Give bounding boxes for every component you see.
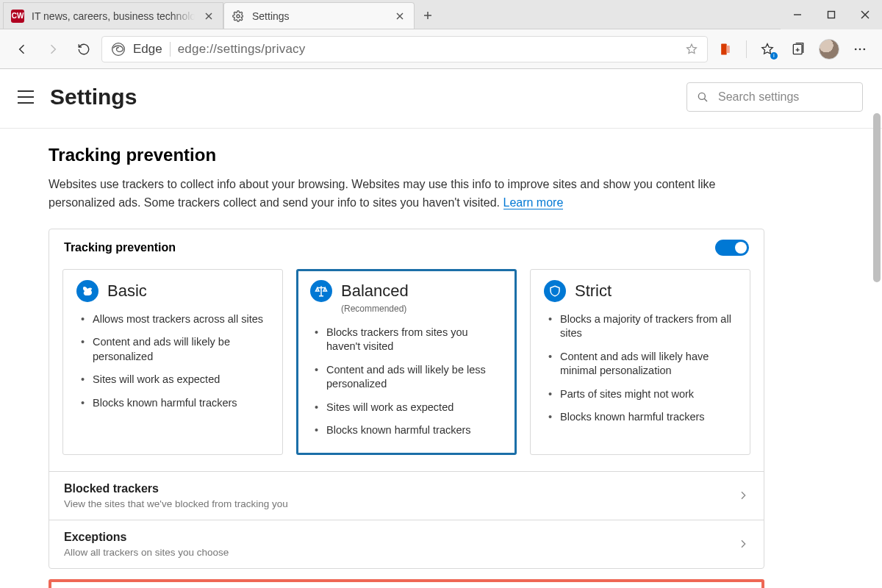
- settings-page: Settings Tracking prevention Websites us…: [0, 69, 882, 588]
- separator: [170, 42, 171, 57]
- level-bullet: Sites will work as expected: [315, 396, 503, 420]
- profile-button[interactable]: [816, 36, 842, 62]
- scales-icon: [310, 280, 332, 302]
- level-bullet: Blocks trackers from sites you haven't v…: [315, 321, 503, 359]
- svg-point-6: [237, 15, 240, 18]
- search-input[interactable]: [717, 90, 867, 104]
- tab-settings[interactable]: Settings: [223, 2, 415, 29]
- favicon-cw: CW: [11, 10, 24, 23]
- window-minimize-button[interactable]: [781, 0, 814, 29]
- edge-logo-icon: [111, 42, 126, 57]
- level-subtitle: (Recommended): [341, 304, 503, 314]
- row-desc: View the sites that we've blocked from t…: [64, 498, 288, 509]
- address-url: edge://settings/privacy: [178, 42, 678, 57]
- close-icon[interactable]: [202, 10, 215, 23]
- address-bar[interactable]: Edge edge://settings/privacy: [101, 36, 708, 62]
- level-title: Strict: [575, 282, 612, 301]
- office-extension-icon[interactable]: [712, 36, 739, 62]
- level-bullets: Blocks trackers from sites you haven't v…: [310, 321, 503, 442]
- new-tab-button[interactable]: [415, 2, 441, 29]
- level-bullet: Content and ads will likely have minimal…: [548, 345, 736, 383]
- row-desc: Allow all trackers on sites you choose: [64, 547, 229, 558]
- level-strict[interactable]: StrictBlocks a majority of trackers from…: [530, 269, 750, 455]
- level-bullet: Allows most trackers across all sites: [81, 308, 269, 331]
- level-basic[interactable]: BasicAllows most trackers across all sit…: [62, 269, 283, 455]
- svg-point-15: [855, 48, 857, 50]
- tab-strip: CW IT news, careers, business technology…: [0, 0, 882, 29]
- level-balanced[interactable]: Balanced(Recommended)Blocks trackers fro…: [296, 269, 517, 455]
- row-title: Blocked trackers: [64, 482, 288, 495]
- level-bullet: Blocks known harmful trackers: [548, 406, 736, 429]
- svg-line-19: [704, 98, 707, 101]
- row-title: Exceptions: [64, 531, 229, 544]
- window-close-button[interactable]: [848, 0, 882, 29]
- level-bullet: Blocks known harmful trackers: [81, 392, 269, 415]
- level-bullet: Blocks a majority of trackers from all s…: [548, 308, 736, 345]
- search-icon: [696, 90, 709, 104]
- level-title: Balanced: [341, 282, 409, 301]
- nav-back-button[interactable]: [9, 36, 35, 62]
- section-description: Websites use trackers to collect info ab…: [49, 176, 764, 212]
- tab-cw-news[interactable]: CW IT news, careers, business technology: [3, 2, 223, 29]
- tracking-prevention-card: Tracking prevention BasicAllows most tra…: [49, 229, 764, 569]
- window-maximize-button[interactable]: [814, 0, 848, 29]
- level-bullet: Blocks known harmful trackers: [315, 419, 503, 442]
- level-bullet: Sites will work as expected: [81, 368, 269, 392]
- separator: [746, 40, 747, 58]
- chevron-right-icon: [737, 538, 749, 550]
- tab-label: Settings: [252, 10, 386, 22]
- scrollbar-thumb[interactable]: [873, 113, 881, 282]
- favorites-button[interactable]: i: [754, 36, 781, 62]
- favorite-star-icon[interactable]: [685, 43, 698, 56]
- svg-point-18: [698, 93, 705, 99]
- strict-inprivate-row: Always use "Strict" tracking prevention …: [49, 579, 764, 588]
- avatar: [819, 39, 839, 60]
- level-bullets: Allows most trackers across all sitesCon…: [76, 308, 269, 415]
- collections-button[interactable]: [785, 36, 811, 62]
- notification-dot: i: [770, 52, 778, 60]
- squirrel-icon: [76, 280, 98, 302]
- svg-rect-13: [727, 46, 730, 53]
- svg-point-16: [859, 48, 861, 50]
- chevron-right-icon: [737, 490, 749, 501]
- browser-toolbar: Edge edge://settings/privacy i: [0, 29, 882, 69]
- level-title: Basic: [107, 282, 147, 301]
- level-bullet: Content and ads will likely be personali…: [81, 331, 269, 368]
- svg-rect-1: [828, 12, 835, 18]
- svg-rect-12: [721, 43, 727, 54]
- gear-icon: [232, 10, 245, 23]
- page-title: Settings: [50, 85, 137, 110]
- section-heading: Tracking prevention: [49, 145, 764, 165]
- nav-forward-button[interactable]: [40, 36, 66, 62]
- shield-icon: [544, 280, 566, 302]
- nav-refresh-button[interactable]: [71, 36, 97, 62]
- tracking-toggle[interactable]: [715, 240, 749, 256]
- settings-row-blocked-trackers[interactable]: Blocked trackersView the sites that we'v…: [49, 471, 764, 520]
- settings-row-exceptions[interactable]: ExceptionsAllow all trackers on sites yo…: [49, 520, 764, 568]
- svg-point-17: [864, 48, 866, 50]
- level-bullet: Parts of sites might not work: [548, 383, 736, 406]
- level-bullets: Blocks a majority of trackers from all s…: [544, 308, 736, 429]
- browser-name-label: Edge: [133, 42, 162, 57]
- tab-label: IT news, careers, business technology: [32, 10, 195, 22]
- settings-search[interactable]: [686, 82, 863, 112]
- card-title: Tracking prevention: [64, 241, 176, 254]
- level-bullet: Content and ads will likely be less pers…: [315, 359, 503, 396]
- learn-more-link[interactable]: Learn more: [503, 196, 564, 209]
- close-icon[interactable]: [393, 10, 406, 23]
- more-menu-button[interactable]: [847, 36, 873, 62]
- scrollbar[interactable]: [872, 69, 882, 588]
- menu-button[interactable]: [18, 90, 34, 104]
